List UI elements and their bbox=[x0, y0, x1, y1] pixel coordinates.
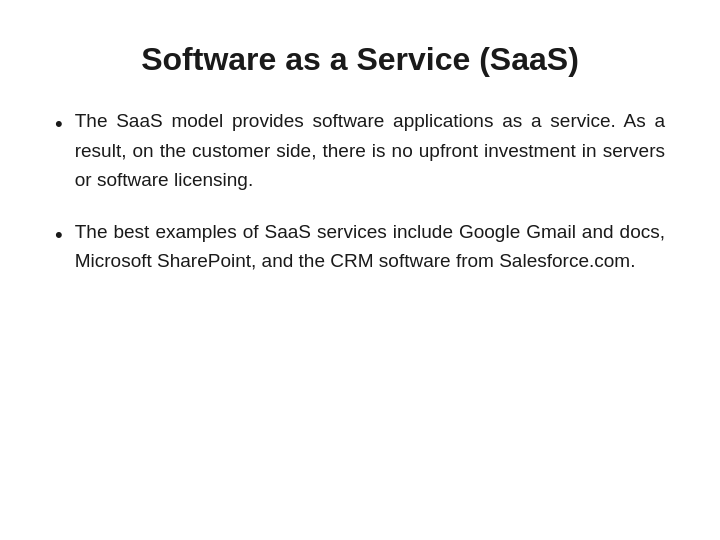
bullet-text-1: The SaaS model provides software applica… bbox=[75, 106, 665, 194]
bullet-item-2: • The best examples of SaaS services inc… bbox=[55, 217, 665, 276]
slide-container: Software as a Service (SaaS) • The SaaS … bbox=[55, 40, 665, 298]
bullet-item-1: • The SaaS model provides software appli… bbox=[55, 106, 665, 194]
bullet-text-2: The best examples of SaaS services inclu… bbox=[75, 217, 665, 276]
slide-title: Software as a Service (SaaS) bbox=[55, 40, 665, 78]
bullet-dot-1: • bbox=[55, 107, 63, 141]
bullet-list: • The SaaS model provides software appli… bbox=[55, 106, 665, 275]
bullet-dot-2: • bbox=[55, 218, 63, 252]
